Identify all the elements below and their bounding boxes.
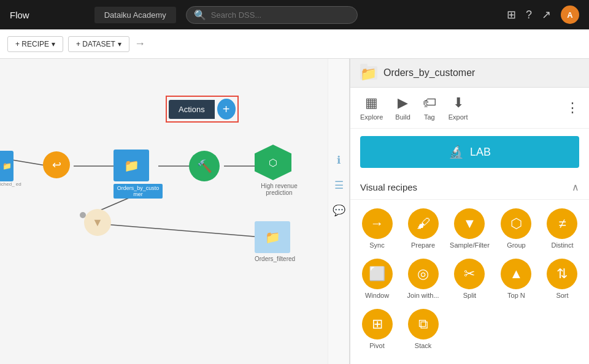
recipe-icon-top_n: ▲ <box>501 259 531 289</box>
svg-line-5 <box>104 224 255 237</box>
transform-node[interactable]: ↩ <box>43 151 70 178</box>
visual-recipes-chevron[interactable]: ∧ <box>572 181 579 193</box>
search-input[interactable] <box>211 10 350 20</box>
recipe-label-window: Window <box>365 292 389 299</box>
orders-by-customer-label: Orders_by_customer <box>114 184 163 199</box>
truncated-folder-icon: 📁 <box>2 162 12 170</box>
predict-node[interactable]: ⬡ High revenue prediction <box>255 145 304 196</box>
flow-label: Flow <box>10 10 29 20</box>
recipe-item-split[interactable]: ✂ Split <box>447 255 492 303</box>
recipe-item-join_with[interactable]: ◎ Join with... <box>401 255 445 303</box>
recipe-item-window[interactable]: ⬜ Window <box>355 255 399 303</box>
export-label: Export <box>448 113 468 121</box>
orders-filtered-node[interactable]: 📁 Orders_filtered <box>255 221 295 262</box>
recipe-icon-group: ⬡ <box>501 208 531 239</box>
recipe-icon-sample_filter: ▼ <box>454 208 485 239</box>
academy-label: Dataiku Academy <box>94 7 176 23</box>
explore-icon: ▦ <box>365 95 378 111</box>
chat-icon[interactable]: 💬 <box>333 204 345 217</box>
recipe-label-stack: Stack <box>415 342 432 349</box>
dataset-button[interactable]: + DATASET ▾ <box>68 36 129 52</box>
search-box[interactable]: 🔍 <box>186 6 358 24</box>
build-label: Build <box>395 113 410 121</box>
recipe-label-prepare: Prepare <box>411 241 435 249</box>
visual-recipes-title: Visual recipes <box>360 182 417 192</box>
actions-overlay: Actions + <box>166 96 239 123</box>
recipe-item-stack[interactable]: ⧉ Stack <box>401 305 445 353</box>
actions-button[interactable]: Actions <box>169 100 215 119</box>
lab-button[interactable]: 🔬 LAB <box>360 136 579 168</box>
recipe-label-group: Group <box>507 241 526 249</box>
dataset-button-label: + DATASET <box>76 40 115 48</box>
high-revenue-label: High revenue prediction <box>255 183 304 196</box>
recipe-icon-prepare: 🖌 <box>408 208 439 239</box>
recipe-label-sort: Sort <box>556 292 568 299</box>
lab-flask-icon: 🔬 <box>448 145 464 159</box>
help-icon[interactable]: ? <box>526 9 532 21</box>
recipe-icon: 🔨 <box>197 159 212 173</box>
arrow-icon: → <box>134 37 145 50</box>
recipe-grid: → Sync 🖌 Prepare ▼ Sample/Filter ⬡ Group… <box>350 200 589 358</box>
more-actions-icon[interactable]: ⋮ <box>566 100 579 116</box>
recipe-label-top_n: Top N <box>507 292 525 299</box>
recipe-icon-split: ✂ <box>454 259 485 289</box>
recipe-label-join_with: Join with... <box>407 292 439 299</box>
predict-icon: ⬡ <box>269 157 277 169</box>
recipe-button-label: + RECIPE <box>15 40 49 48</box>
filter-icon: ▼ <box>92 216 103 229</box>
dataset-dropdown-icon: ▾ <box>118 40 121 48</box>
recipe-icon-sort: ⇅ <box>547 259 577 289</box>
recipe-icon-sync: → <box>362 208 393 239</box>
nav-icons: ⊞ ? ↗ A <box>507 6 579 24</box>
orders-by-customer-node[interactable]: 📁 Orders_by_customer <box>114 150 163 199</box>
info-icon[interactable]: ℹ <box>337 154 341 167</box>
explore-label: Explore <box>360 113 383 121</box>
grid-icon[interactable]: ⊞ <box>507 8 516 21</box>
recipe-button[interactable]: + RECIPE ▾ <box>7 36 63 52</box>
tag-action[interactable]: 🏷 Tag <box>423 95 436 121</box>
recipe-icon-pivot: ⊞ <box>362 309 393 339</box>
recipe-icon-join_with: ◎ <box>408 259 439 289</box>
truncated-node: 📁 iched_ ed <box>0 151 21 187</box>
transform-icon: ↩ <box>52 158 61 172</box>
top-nav: Flow Dataiku Academy 🔍 ⊞ ? ↗ A <box>0 0 589 29</box>
actions-label: Actions <box>179 105 205 114</box>
panel-actions: ▦ Explore ▶ Build 🏷 Tag ⬇ Export ⋮ <box>350 88 589 129</box>
export-icon: ⬇ <box>453 95 464 111</box>
recipe-dropdown-icon: ▾ <box>52 40 55 48</box>
right-panel: 📁 Orders_by_customer ▦ Explore ▶ Build 🏷… <box>350 59 589 364</box>
recipe-item-sample_filter[interactable]: ▼ Sample/Filter <box>447 205 492 252</box>
panel-header: 📁 Orders_by_customer <box>350 59 589 88</box>
truncated-label: iched_ ed <box>0 181 21 187</box>
orders-filtered-label: Orders_filtered <box>255 256 295 262</box>
recipe-icon-distinct: ≠ <box>547 208 577 239</box>
tag-icon: 🏷 <box>423 95 436 111</box>
recipe-node[interactable]: 🔨 <box>189 151 220 181</box>
build-action[interactable]: ▶ Build <box>395 95 410 121</box>
list-icon[interactable]: ☰ <box>334 179 344 192</box>
recipe-item-distinct[interactable]: ≠ Distinct <box>541 205 584 252</box>
recipe-icon-window: ⬜ <box>362 259 393 289</box>
search-icon: 🔍 <box>194 9 206 21</box>
recipe-item-group[interactable]: ⬡ Group <box>495 205 538 252</box>
recipe-item-prepare[interactable]: 🖌 Prepare <box>401 205 445 252</box>
actions-plus-button[interactable]: + <box>217 99 236 119</box>
recipe-item-pivot[interactable]: ⊞ Pivot <box>355 305 399 353</box>
recipe-label-sample_filter: Sample/Filter <box>450 241 490 249</box>
export-action[interactable]: ⬇ Export <box>448 95 468 121</box>
explore-action[interactable]: ▦ Explore <box>360 95 383 121</box>
avatar[interactable]: A <box>561 6 579 24</box>
recipe-item-sort[interactable]: ⇅ Sort <box>541 255 584 303</box>
panel-folder-icon: 📁 <box>360 66 377 80</box>
plus-icon: + <box>223 102 230 116</box>
filtered-folder-icon: 📁 <box>265 230 280 245</box>
trend-icon[interactable]: ↗ <box>542 8 551 21</box>
recipe-item-top_n[interactable]: ▲ Top N <box>495 255 538 303</box>
tag-label: Tag <box>424 113 435 121</box>
main-area: 📁 iched_ ed ↩ 📁 Orders_by_customer 🔨 <box>0 59 589 364</box>
recipe-label-sync: Sync <box>369 241 384 249</box>
visual-recipes-header: Visual recipes ∧ <box>350 175 589 200</box>
toolbar: + RECIPE ▾ + DATASET ▾ → <box>0 29 589 59</box>
filter-node[interactable]: ▼ <box>84 209 111 236</box>
recipe-item-sync[interactable]: → Sync <box>355 205 399 252</box>
